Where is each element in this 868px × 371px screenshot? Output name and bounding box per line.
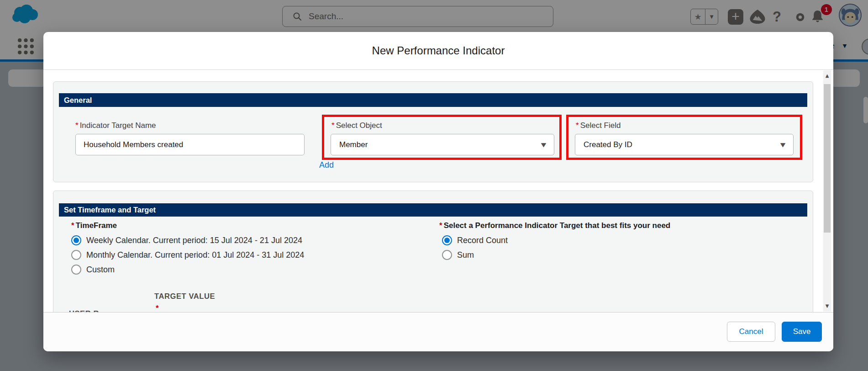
modal-header: New Performance Indicator [43, 32, 833, 70]
radio-icon [71, 265, 81, 275]
target-value-column-header: TARGET VALUE [154, 292, 215, 301]
select-object-value: Member [339, 140, 368, 149]
select-object-dropdown[interactable]: Member ▼ [331, 134, 554, 155]
chevron-down-icon: ▼ [780, 142, 786, 148]
timeframe-option-monthly[interactable]: Monthly Calendar. Current period: 01 Jul… [71, 250, 304, 260]
modal-title: New Performance Indicator [372, 44, 505, 57]
indicator-target-name-label-text: Indicator Target Name [80, 121, 156, 130]
select-field-value: Created By ID [584, 140, 632, 149]
target-type-label: *Select a Performance Indicator Target t… [439, 221, 670, 230]
timeframe-section-title: Set Timeframe and Target [64, 206, 156, 214]
target-option-sum[interactable]: Sum [442, 250, 474, 260]
radio-selected-icon [71, 235, 81, 245]
required-marker: * [439, 221, 442, 230]
select-object-label-text: Select Object [336, 121, 382, 130]
general-section-title: General [64, 96, 92, 105]
scrollbar-thumb[interactable] [824, 84, 831, 233]
scroll-down-button[interactable]: ▼ [823, 302, 831, 309]
general-section: General *Indicator Target Name *Select O… [53, 81, 813, 182]
screen: ★ ▼ + ? [0, 0, 868, 371]
timeframe-option-custom[interactable]: Custom [71, 265, 115, 275]
modal-scrollbar[interactable]: ▲ ▼ [823, 70, 831, 312]
indicator-target-name-input[interactable] [75, 134, 305, 155]
cancel-button[interactable]: Cancel [727, 322, 775, 342]
timeframe-label-text: TimeFrame [76, 221, 117, 230]
timeframe-option-weekly[interactable]: Weekly Calendar. Current period: 15 Jul … [71, 235, 302, 245]
modal-footer: Cancel Save [43, 312, 833, 351]
target-value-required-marker: * [156, 304, 159, 312]
select-object-label: *Select Object [331, 121, 382, 130]
select-field-label: *Select Field [576, 121, 621, 130]
scroll-up-button[interactable]: ▲ [823, 72, 831, 79]
timeframe-section: Set Timeframe and Target *TimeFrame Week… [53, 191, 813, 312]
radio-label: Monthly Calendar. Current period: 01 Jul… [86, 250, 304, 260]
indicator-target-name-label: *Indicator Target Name [75, 121, 156, 130]
select-field-dropdown[interactable]: Created By ID ▼ [575, 134, 794, 155]
modal-body: General *Indicator Target Name *Select O… [43, 70, 833, 312]
required-marker: * [71, 221, 74, 230]
radio-icon [71, 250, 81, 260]
timeframe-label: *TimeFrame [71, 221, 117, 230]
select-field-label-text: Select Field [580, 121, 621, 130]
timeframe-section-header: Set Timeframe and Target [59, 203, 807, 217]
add-link[interactable]: Add [319, 160, 334, 170]
radio-icon [442, 250, 452, 260]
radio-label: Custom [86, 265, 115, 275]
radio-label: Weekly Calendar. Current period: 15 Jul … [86, 236, 302, 245]
save-button[interactable]: Save [782, 322, 822, 342]
chevron-down-icon: ▼ [541, 142, 547, 148]
radio-label: Sum [457, 250, 474, 260]
target-option-record-count[interactable]: Record Count [442, 235, 508, 245]
radio-label: Record Count [457, 236, 508, 245]
target-type-label-text: Select a Performance Indicator Target th… [444, 221, 671, 230]
required-marker: * [576, 121, 579, 130]
required-marker: * [75, 121, 79, 130]
new-performance-indicator-modal: New Performance Indicator General *Indic… [43, 32, 833, 351]
radio-selected-icon [442, 235, 452, 245]
general-section-header: General [59, 93, 807, 107]
required-marker: * [331, 121, 335, 130]
